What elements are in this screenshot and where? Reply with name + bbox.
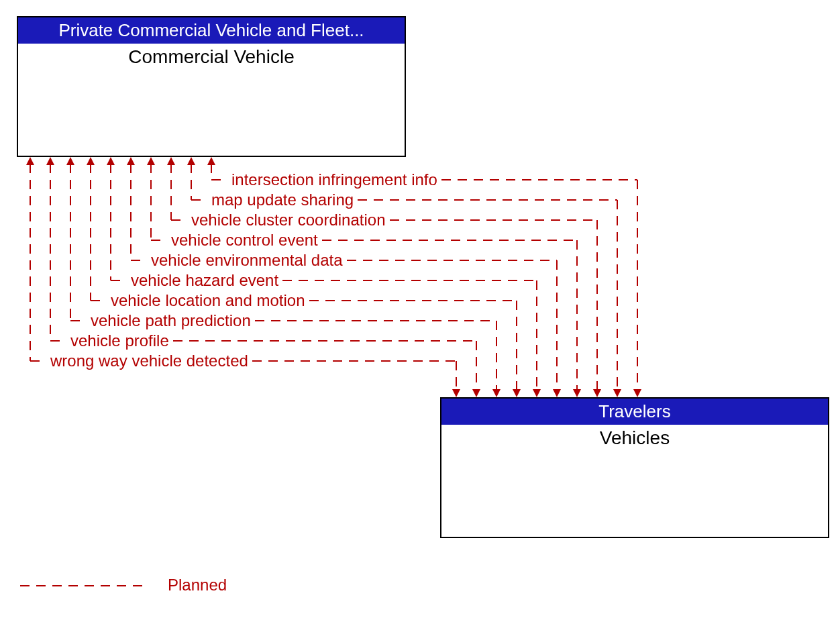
flow-label: wrong way vehicle detected <box>50 352 248 370</box>
arrowhead-up-icon <box>207 157 215 165</box>
arrowhead-up-icon <box>187 157 195 165</box>
entity-box-vehicles: Travelers Vehicles <box>440 397 829 538</box>
arrowhead-up-icon <box>167 157 175 165</box>
arrowhead-down-icon <box>452 389 460 397</box>
arrowhead-up-icon <box>147 157 155 165</box>
arrowhead-up-icon <box>87 157 95 165</box>
arrowhead-down-icon <box>492 389 501 397</box>
entity-header: Private Commercial Vehicle and Fleet... <box>18 17 405 44</box>
arrowhead-down-icon <box>472 389 480 397</box>
flow-label: vehicle profile <box>70 331 169 350</box>
flow-label: vehicle path prediction <box>91 311 251 330</box>
arrowhead-up-icon <box>66 157 74 165</box>
arrowhead-down-icon <box>613 389 621 397</box>
arrowhead-up-icon <box>127 157 135 165</box>
legend-label-planned: Planned <box>168 576 227 594</box>
flow-label: vehicle cluster coordination <box>191 211 386 229</box>
flow-label: vehicle hazard event <box>131 271 278 290</box>
entity-title: Commercial Vehicle <box>18 44 405 70</box>
arrowhead-down-icon <box>633 389 641 397</box>
arrowhead-up-icon <box>46 157 54 165</box>
flow-label: vehicle environmental data <box>151 251 343 270</box>
flow-label: map update sharing <box>211 191 354 209</box>
arrowhead-up-icon <box>26 157 34 165</box>
arrowhead-down-icon <box>533 389 541 397</box>
flow-label: vehicle control event <box>171 231 318 250</box>
arrowhead-down-icon <box>553 389 561 397</box>
entity-box-commercial-vehicle: Private Commercial Vehicle and Fleet... … <box>17 16 406 157</box>
arrowhead-up-icon <box>107 157 115 165</box>
entity-title: Vehicles <box>441 425 828 452</box>
arrowhead-down-icon <box>593 389 601 397</box>
flow-label: vehicle location and motion <box>111 291 305 310</box>
entity-header: Travelers <box>441 399 828 425</box>
arrowhead-down-icon <box>513 389 521 397</box>
arrowhead-down-icon <box>573 389 581 397</box>
flow-label: intersection infringement info <box>231 170 437 189</box>
